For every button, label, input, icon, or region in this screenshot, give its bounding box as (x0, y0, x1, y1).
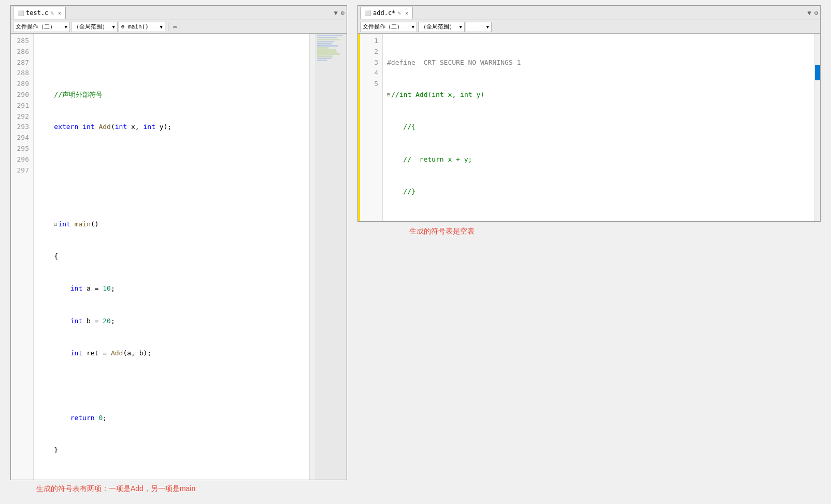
right-toolbar: 文件操作（二） ▼ （全局范围） ▼ ▼ (358, 20, 820, 34)
left-code-content[interactable]: //声明外部符号 extern int Add ( int x (34, 34, 309, 480)
right-tab-arrow[interactable]: ▼ (808, 9, 811, 17)
right-tab-bar: ⬜ add.c* ✎ × ▼ ⚙ (358, 6, 820, 20)
right-code-area: 1 2 3 4 5 #define _CRT_SECURE_NO_WARNING… (358, 34, 820, 221)
right-scroll-thumb[interactable] (815, 65, 820, 80)
left-tab-label: test.c (26, 9, 48, 17)
right-file-icon: ⬜ (365, 10, 371, 16)
right-editor-panel: ⬜ add.c* ✎ × ▼ ⚙ 文件操作（二） ▼ (357, 5, 821, 240)
left-minimap (316, 34, 347, 480)
toolbar-sep (168, 23, 168, 31)
right-scope2-arrow: ▼ (460, 24, 462, 30)
code-line-296: return 0 ; (38, 413, 305, 424)
right-scope2-dropdown[interactable]: （全局范围） ▼ (418, 22, 465, 32)
left-tab-modified: ✎ (50, 10, 54, 17)
right-scope1-dropdown[interactable]: 文件操作（二） ▼ (360, 22, 417, 32)
right-scope1-arrow: ▼ (412, 24, 414, 30)
left-tab-gear[interactable]: ⚙ (341, 9, 345, 17)
left-tab-toolbar-right: ▼ ⚙ (334, 9, 345, 17)
left-tab-bar: ⬜ test.c ✎ × ▼ ⚙ (11, 6, 347, 20)
code-line-297: } (38, 445, 305, 456)
code-line-295 (38, 381, 305, 392)
left-code-area: 285 286 287 288 289 290 291 292 293 294 … (11, 34, 316, 480)
left-scope2-dropdown[interactable]: （全局范围） ▼ (71, 22, 118, 32)
right-code-line-5: //} (387, 186, 810, 197)
left-code-panel: 285 286 287 288 289 290 291 292 293 294 … (11, 34, 347, 480)
left-annotation: 生成的符号表有两项：一项是Add，另一项是main (36, 484, 347, 494)
fold-minus-2[interactable]: ⊟ (387, 91, 390, 99)
code-line-285 (38, 57, 305, 68)
scope2-arrow: ▼ (112, 24, 115, 30)
code-line-289 (38, 186, 305, 197)
left-line-numbers: 285 286 287 288 289 290 291 292 293 294 … (11, 34, 34, 480)
right-code-content[interactable]: #define _CRT_SECURE_NO_WARNINGS 1 ⊟ //in… (383, 34, 814, 221)
right-tab-label: add.c* (373, 9, 395, 17)
right-editor: ⬜ add.c* ✎ × ▼ ⚙ 文件操作（二） ▼ (357, 5, 821, 222)
left-tab-arrow[interactable]: ▼ (334, 9, 338, 17)
split-btn[interactable]: ⇔ (171, 22, 179, 31)
left-toolbar: 文件操作（二） ▼ （全局范围） ▼ ⊕ main() ▼ ⇔ (11, 20, 347, 34)
right-code-line-3: //{ (387, 122, 810, 133)
code-line-290: ⊟ int main () (38, 219, 305, 230)
fold-minus-290[interactable]: ⊟ (54, 220, 57, 228)
right-tab-gear[interactable]: ⚙ (814, 9, 818, 17)
code-line-288 (38, 154, 305, 165)
file-icon: ⬜ (18, 10, 24, 16)
left-tab-close[interactable]: × (58, 10, 61, 16)
code-line-293: int b = 20 ; (38, 316, 305, 327)
right-tab[interactable]: ⬜ add.c* ✎ × (360, 7, 413, 19)
right-tab-modified: ✎ (397, 10, 401, 17)
code-line-287: extern int Add ( int x, int y); (38, 122, 305, 133)
left-tab[interactable]: ⬜ test.c ✎ × (13, 7, 66, 19)
right-code-line-2: ⊟ //int Add(int x, int y) (387, 90, 810, 100)
right-scope3-dropdown[interactable]: ▼ (466, 22, 492, 32)
left-scope3-dropdown[interactable]: ⊕ main() ▼ (119, 22, 165, 32)
right-tab-close[interactable]: × (405, 10, 408, 16)
right-code-line-1: #define _CRT_SECURE_NO_WARNINGS 1 (387, 57, 810, 68)
code-line-292: int a = 10 ; (38, 283, 305, 294)
code-line-286: //声明外部符号 (38, 90, 305, 100)
right-scope3-arrow: ▼ (486, 24, 489, 30)
right-line-numbers: 1 2 3 4 5 (360, 34, 383, 221)
right-annotation: 生成的符号表是空表 (409, 227, 821, 236)
scope1-arrow: ▼ (65, 24, 67, 30)
code-line-291: { (38, 251, 305, 262)
left-scope1-dropdown[interactable]: 文件操作（二） ▼ (13, 22, 70, 32)
right-tab-toolbar-right: ▼ ⚙ (808, 9, 818, 17)
right-code-line-4: // return x + y; (387, 154, 810, 165)
code-line-294: int ret = Add (a, b); (38, 348, 305, 359)
left-editor: ⬜ test.c ✎ × ▼ ⚙ 文件操作（二） ▼ (10, 5, 347, 498)
right-scrollbar[interactable] (814, 34, 820, 221)
left-scrollbar[interactable] (309, 34, 316, 480)
scope3-arrow: ▼ (160, 24, 163, 30)
